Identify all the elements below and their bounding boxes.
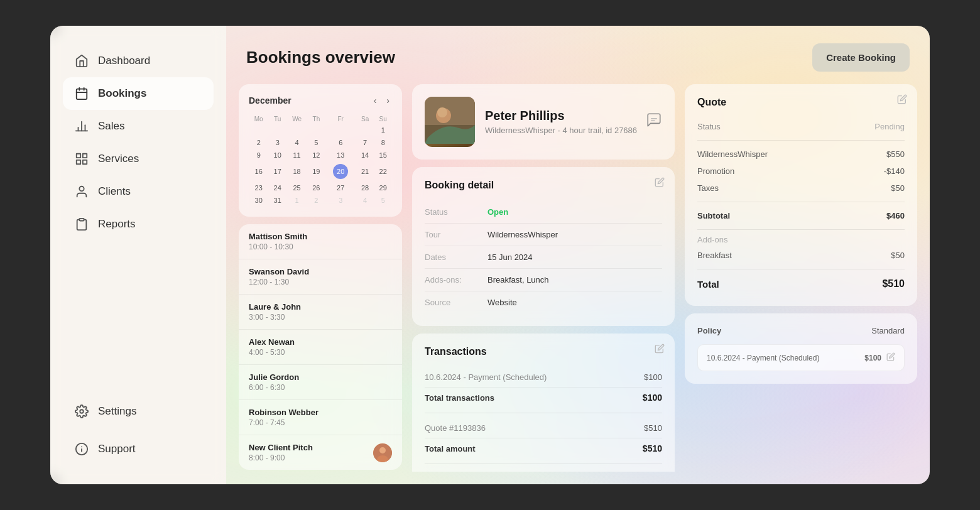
sidebar-item-reports-label: Reports (98, 218, 136, 231)
calendar-day[interactable]: 26 (307, 182, 325, 194)
divider (425, 464, 662, 464)
schedule-item-last[interactable]: New Client Pitch 8:00 - 9:00 (239, 435, 402, 470)
calendar-day[interactable]: 17 (268, 161, 286, 182)
sidebar-item-dashboard[interactable]: Dashboard (63, 45, 214, 77)
svg-point-12 (79, 187, 84, 191)
schedule-item[interactable]: Swanson David 12:00 - 1:30 (239, 259, 402, 295)
calendar-day[interactable]: 18 (286, 161, 307, 182)
schedule-item[interactable]: Julie Gordon 6:00 - 6:30 (239, 365, 402, 400)
total-amount: $510 (643, 443, 662, 453)
quote-taxes-label: Taxes (697, 183, 719, 193)
booking-dates-row: Dates 15 Jun 2024 (425, 246, 662, 269)
calendar-next-button[interactable]: › (384, 94, 392, 107)
calendar-day[interactable]: 8 (374, 136, 392, 149)
calendar-day[interactable]: 15 (374, 149, 392, 161)
schedule-time: 4:00 - 5:30 (249, 348, 392, 357)
calendar-day[interactable]: 12 (307, 149, 325, 161)
calendar-panel: December ‹ › Mo Tu We Th (239, 84, 402, 472)
chat-button[interactable] (646, 112, 662, 132)
schedule-name: Robinson Webber (249, 408, 392, 417)
calendar-day[interactable]: 6 (325, 136, 356, 149)
transactions-title: Transactions (425, 346, 662, 357)
calendar-day[interactable]: 4 (286, 136, 307, 149)
quote-divider (697, 140, 905, 141)
person-icon (74, 184, 89, 199)
sidebar-bottom: Settings Support (63, 395, 214, 465)
person-photo (425, 97, 475, 147)
calendar-day[interactable]: 28 (356, 182, 374, 194)
transactions-edit-button[interactable] (655, 344, 665, 356)
calendar-month: December (249, 95, 291, 106)
sidebar-item-services[interactable]: Services (63, 143, 214, 175)
calendar-day[interactable]: 27 (325, 182, 356, 194)
sidebar-item-reports[interactable]: Reports (63, 208, 214, 241)
sidebar-item-bookings-label: Bookings (98, 87, 146, 100)
payment-pill-amount: $100 (864, 354, 881, 362)
clipboard-icon (74, 217, 89, 232)
schedule-item[interactable]: Robinson Webber 7:00 - 7:45 (239, 400, 402, 435)
sidebar-item-bookings[interactable]: Bookings (63, 77, 214, 110)
calendar-day[interactable]: 20 (325, 161, 356, 182)
calendar-day[interactable]: 10 (268, 149, 286, 161)
schedule-name: Laure & John (249, 302, 392, 312)
booking-detail-card: Booking detail Status Open Tour Wilderne… (412, 167, 675, 326)
calendar-day[interactable]: 4 (356, 194, 374, 207)
calendar-day[interactable]: 21 (356, 161, 374, 182)
quote-status-label: Status (697, 122, 721, 131)
calendar-day[interactable]: 31 (268, 194, 286, 207)
calendar-day[interactable]: 1 (286, 194, 307, 207)
calendar-day[interactable]: 30 (249, 194, 268, 207)
payment-edit-button[interactable] (886, 352, 895, 363)
calendar-prev-button[interactable]: ‹ (371, 94, 379, 107)
booking-detail-edit-button[interactable] (655, 177, 665, 190)
calendar-day[interactable]: 16 (249, 161, 268, 182)
sidebar-item-settings[interactable]: Settings (63, 395, 214, 428)
svg-point-24 (437, 107, 447, 117)
sidebar-item-support[interactable]: Support (63, 433, 214, 465)
quote-edit-button[interactable] (897, 94, 907, 107)
calendar-day[interactable]: 3 (325, 194, 356, 207)
sidebar-item-settings-label: Settings (98, 405, 136, 418)
sidebar-item-support-label: Support (98, 443, 136, 455)
calendar-day[interactable]: 1 (374, 124, 392, 136)
calendar-day[interactable]: 3 (268, 136, 286, 149)
calendar-day[interactable]: 7 (356, 136, 374, 149)
info-icon (74, 442, 89, 457)
content-area: December ‹ › Mo Tu We Th (226, 84, 930, 484)
policy-label: Policy (697, 326, 721, 335)
booking-status-label: Status (425, 207, 487, 217)
schedule-item[interactable]: Alex Newan 4:00 - 5:30 (239, 330, 402, 365)
calendar-day[interactable]: 2 (307, 194, 325, 207)
quote-divider (697, 269, 905, 269)
cal-dow-we: We (286, 114, 307, 124)
calendar-day[interactable]: 23 (249, 182, 268, 194)
calendar-day (286, 124, 307, 136)
calendar-day[interactable]: 25 (286, 182, 307, 194)
calendar-day[interactable]: 13 (325, 149, 356, 161)
quote-subtotal-row: Subtotal $460 (697, 207, 905, 224)
booking-addons-value: Breakfast, Lunch (487, 275, 549, 285)
svg-rect-10 (77, 160, 80, 164)
sidebar-item-clients[interactable]: Clients (63, 175, 214, 208)
calendar-day[interactable]: 5 (374, 194, 392, 207)
calendar-day[interactable]: 11 (286, 149, 307, 161)
chart-icon (74, 119, 89, 134)
total-amount-row: Total amount $510 (425, 438, 662, 458)
schedule-item[interactable]: Mattison Smith 10:00 - 10:30 (239, 224, 402, 259)
sidebar-item-sales[interactable]: Sales (63, 110, 214, 143)
payment-pill-text: 10.6.2024 - Payment (Scheduled) (707, 354, 819, 362)
create-booking-button[interactable]: Create Booking (812, 43, 910, 72)
quote-divider (697, 229, 905, 230)
calendar-day[interactable]: 14 (356, 149, 374, 161)
calendar-day[interactable]: 19 (307, 161, 325, 182)
svg-rect-13 (79, 219, 84, 221)
calendar-day[interactable]: 29 (374, 182, 392, 194)
calendar-day[interactable]: 22 (374, 161, 392, 182)
calendar-day[interactable]: 24 (268, 182, 286, 194)
calendar-day[interactable]: 2 (249, 136, 268, 149)
schedule-item[interactable]: Laure & John 3:00 - 3:30 (239, 295, 402, 330)
transaction-amount: $100 (644, 372, 662, 382)
calendar-day[interactable]: 5 (307, 136, 325, 149)
schedule-name: Julie Gordon (249, 372, 392, 382)
calendar-day[interactable]: 9 (249, 149, 268, 161)
